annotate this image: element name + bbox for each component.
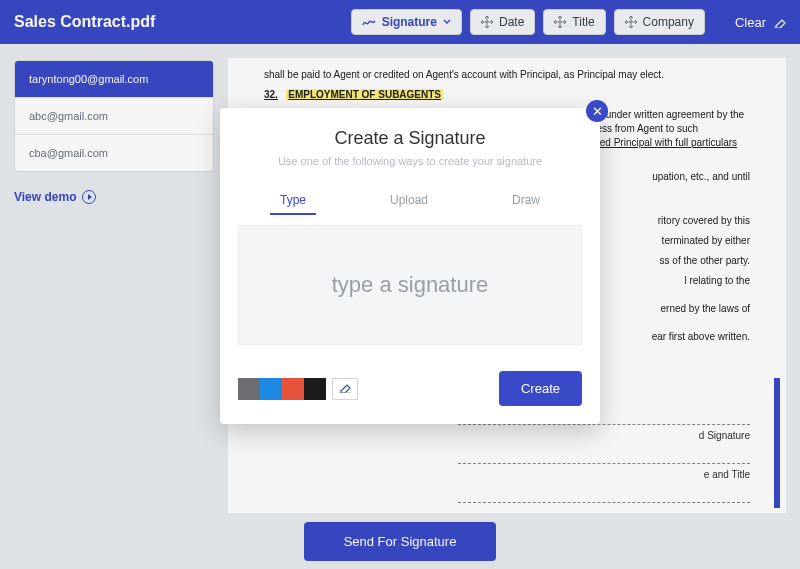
color-swatch-grey[interactable] bbox=[238, 378, 260, 400]
modal-tabs: Type Upload Draw bbox=[238, 187, 582, 215]
modal-subtitle: Use one of the following ways to create … bbox=[238, 155, 582, 167]
tab-draw[interactable]: Draw bbox=[502, 187, 550, 215]
modal-footer: Create bbox=[238, 371, 582, 406]
tab-upload[interactable]: Upload bbox=[380, 187, 438, 215]
tab-type[interactable]: Type bbox=[270, 187, 316, 215]
color-swatch-red[interactable] bbox=[282, 378, 304, 400]
modal-title: Create a Signature bbox=[238, 128, 582, 149]
color-swatch-blue[interactable] bbox=[260, 378, 282, 400]
eraser-button[interactable] bbox=[332, 378, 358, 400]
create-button[interactable]: Create bbox=[499, 371, 582, 406]
eraser-icon bbox=[338, 381, 352, 396]
color-swatch-black[interactable] bbox=[304, 378, 326, 400]
close-icon: ✕ bbox=[592, 104, 603, 119]
color-swatches bbox=[238, 378, 358, 400]
close-button[interactable]: ✕ bbox=[586, 100, 608, 122]
create-signature-modal: ✕ Create a Signature Use one of the foll… bbox=[220, 108, 600, 424]
signature-placeholder: type a signature bbox=[332, 272, 489, 298]
signature-input-area[interactable]: type a signature bbox=[238, 225, 582, 345]
